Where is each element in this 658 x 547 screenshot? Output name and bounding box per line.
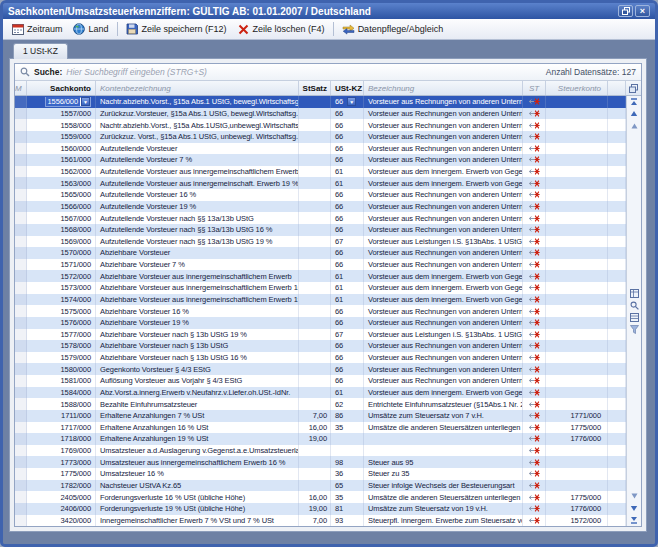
row-marker-cell [15, 236, 27, 248]
tab-ust-kz[interactable]: 1 USt-KZ [13, 43, 68, 59]
st-cell [523, 236, 546, 248]
scroll-to-top-icon[interactable] [628, 96, 641, 108]
page-up-icon[interactable] [628, 120, 641, 132]
column-header-kontenbezeichnung[interactable]: Kontenbezeichnung [96, 81, 299, 95]
st-cell [523, 212, 546, 224]
search-bar[interactable]: Suche: Hier Suchbegriff eingeben (STRG+S… [15, 64, 641, 81]
column-chooser-button[interactable] [626, 81, 641, 95]
table-row[interactable]: 1557/000Zurückzuz.Vorsteuer, §15a Abs.1 … [15, 108, 626, 120]
row-marker-cell [15, 108, 27, 120]
table-row[interactable]: 1558/000Nachtr.abziehb.Vorst., §15a Abs.… [15, 119, 626, 131]
table-row[interactable]: 2406/000Forderungsverluste 19 % USt (übl… [15, 503, 626, 515]
column-header-bezeichnung[interactable]: Bezeichnung [364, 81, 523, 95]
scroll-to-bottom-icon[interactable] [628, 514, 641, 526]
table-row[interactable]: 1584/000Abz.Vorst.a.innerg.Erwerb v.Neuf… [15, 387, 626, 399]
column-header-marker[interactable]: M [15, 81, 27, 95]
row-marker-cell [15, 410, 27, 422]
ustkz-cell: 66 [331, 119, 364, 131]
table-row[interactable]: 1717/000Erhaltene Anzahlungen 16 % USt16… [15, 422, 626, 434]
st-cell [523, 259, 546, 271]
table-row[interactable]: 1577/000Abziehbare Vorsteuer nach § 13b … [15, 329, 626, 341]
dropdown-button[interactable]: ▼ [81, 97, 90, 106]
page-down-icon[interactable] [628, 490, 641, 502]
bezeichnung-cell: Vorsteuer aus Rechnungen von anderen Unt… [364, 224, 523, 236]
column-header-steuerkonto[interactable]: Steuerkonto [546, 81, 608, 95]
table-row[interactable]: 1782/000Nachsteuer UStVA Kz.6565Steuer i… [15, 480, 626, 492]
table-row[interactable]: 1565/000Aufzuteilende Vorsteuer 16 %66Vo… [15, 189, 626, 201]
table-row[interactable]: 1570/000Abziehbare Vorsteuer66Vorsteuer … [15, 247, 626, 259]
table-row[interactable]: 1563/000Aufzuteilende Vorsteuer aus inne… [15, 177, 626, 189]
steuerschluessel-icon [528, 132, 541, 141]
table-row[interactable]: 1773/000Umsatzsteuer aus innergemeinscha… [15, 456, 626, 468]
st-cell [523, 294, 546, 306]
zeile-loeschen-button[interactable]: Zeile löschen (F4) [232, 22, 330, 36]
sachkonto-cell: 1773/000 [27, 456, 96, 468]
table-row[interactable]: 1575/000Abziehbare Vorsteuer 16 %66Vorst… [15, 305, 626, 317]
column-header-stsatz[interactable]: StSatz [299, 81, 331, 95]
ustkz-cell: 36 [331, 468, 364, 480]
table-row[interactable]: 3420/000Innergemeinschaftlicher Erwerb 7… [15, 515, 626, 527]
sachkonto-cell: 1574/000 [27, 294, 96, 306]
steuerkonto-cell: 1776/000 [546, 433, 608, 445]
table-row[interactable]: 1718/000Erhaltene Anzahlungen 19 % USt19… [15, 433, 626, 445]
table-row[interactable]: 1569/000Aufzuteilende Vorsteuer nach §§ … [15, 236, 626, 248]
table-row[interactable]: 1588/000Bezahlte Einfuhrumsatzsteuer62En… [15, 398, 626, 410]
bezeichnung-cell: Steuer aus 95 [364, 456, 523, 468]
filter-icon[interactable] [628, 323, 641, 335]
scroll-up-icon[interactable] [628, 108, 641, 120]
filler-cell [608, 398, 626, 410]
table-row[interactable]: 1711/000Erhaltene Anzahlungen 7 % USt7,0… [15, 410, 626, 422]
column-header-sachkonto[interactable]: Sachkonto [27, 81, 96, 95]
search-input[interactable]: Hier Suchbegriff eingeben (STRG+S) [66, 67, 545, 77]
column-header-ustkz[interactable]: USt-KZ [331, 81, 364, 95]
zeile-speichern-button[interactable]: Zeile speichern (F12) [121, 22, 232, 36]
close-button[interactable]: × [635, 5, 650, 17]
ustkz-cell [331, 433, 364, 445]
steuerkonto-cell [546, 340, 608, 352]
zeitraum-button[interactable]: Zeitraum [6, 22, 68, 36]
delete-icon [237, 23, 250, 35]
columns-icon[interactable] [628, 311, 641, 323]
table-row[interactable]: 1571/000Abziehbare Vorsteuer 7 %66Vorste… [15, 259, 626, 271]
grid-settings-icon[interactable] [628, 287, 641, 299]
row-marker-cell [15, 294, 27, 306]
sachkonto-cell: 1557/000 [27, 108, 96, 120]
table-row[interactable]: 1574/000Abziehbare Vorsteuer aus innerge… [15, 294, 626, 306]
scroll-down-icon[interactable] [628, 502, 641, 514]
column-header-st[interactable]: ST [523, 81, 546, 95]
table-row[interactable]: 1775/000Umsatzsteuer 16 %36Steuer zu 35 [15, 468, 626, 480]
table-row[interactable]: 1579/000Abziehbare Vorsteuer nach § 13b … [15, 352, 626, 364]
table-row[interactable]: 2405/000Forderungsverluste 16 % USt (übl… [15, 491, 626, 503]
table-row[interactable]: 1580/000Gegenkonto Vorsteuer § 4/3 EStG6… [15, 363, 626, 375]
st-cell [523, 108, 546, 120]
dropdown-button[interactable]: ▼ [347, 97, 356, 106]
zoom-icon[interactable] [628, 299, 641, 311]
steuerschluessel-icon [528, 493, 541, 502]
datenpflege-button[interactable]: Datenpflege/Abgleich [337, 22, 449, 36]
table-row[interactable]: 1562/000Aufzuteilende Vorsteuer aus inne… [15, 166, 626, 178]
table-row[interactable]: 1561/000Aufzuteilende Vorsteuer 7 %66Vor… [15, 154, 626, 166]
filler-cell [608, 131, 626, 143]
table-row[interactable]: 1573/000Abziehbare Vorsteuer aus innerge… [15, 282, 626, 294]
sachkonto-combobox[interactable]: 1556/000▼ [45, 97, 91, 107]
table-row[interactable]: 1568/000Aufzuteilende Vorsteuer nach §§ … [15, 224, 626, 236]
table-row[interactable]: 1769/000Umsatzsteuer a.d.Auslagerung v.G… [15, 445, 626, 457]
sachkonto-cell: 1566/000 [27, 201, 96, 213]
table-row[interactable]: 1556/000▼Nachtr.abziehb.Vorst., §15a Abs… [15, 96, 626, 108]
table-row[interactable]: 1567/000Aufzuteilende Vorsteuer nach §§ … [15, 212, 626, 224]
table-row[interactable]: 1572/000Abziehbare Vorsteuer aus innerge… [15, 270, 626, 282]
table-row[interactable]: 1578/000Abziehbare Vorsteuer nach § 13b … [15, 340, 626, 352]
table-row[interactable]: 1576/000Abziehbare Vorsteuer 19 %66Vorst… [15, 317, 626, 329]
sachkonto-cell: 1578/000 [27, 340, 96, 352]
row-marker-cell [15, 387, 27, 399]
restore-button[interactable] [618, 5, 633, 17]
filler-cell [608, 410, 626, 422]
table-row[interactable]: 1581/000Auflösung Vorsteuer aus Vorjahr … [15, 375, 626, 387]
land-button[interactable]: Land [68, 22, 114, 36]
table-row[interactable]: 1560/000Aufzuteilende Vorsteuer66Vorsteu… [15, 143, 626, 155]
table-row[interactable]: 1566/000Aufzuteilende Vorsteuer 19 %66Vo… [15, 201, 626, 213]
ustkz-cell: 66 [331, 224, 364, 236]
sachkonto-value: 1556/000 [46, 97, 80, 106]
table-row[interactable]: 1559/000Zurückzuz. Vorst., §15a Abs.1 US… [15, 131, 626, 143]
row-marker-cell [15, 143, 27, 155]
